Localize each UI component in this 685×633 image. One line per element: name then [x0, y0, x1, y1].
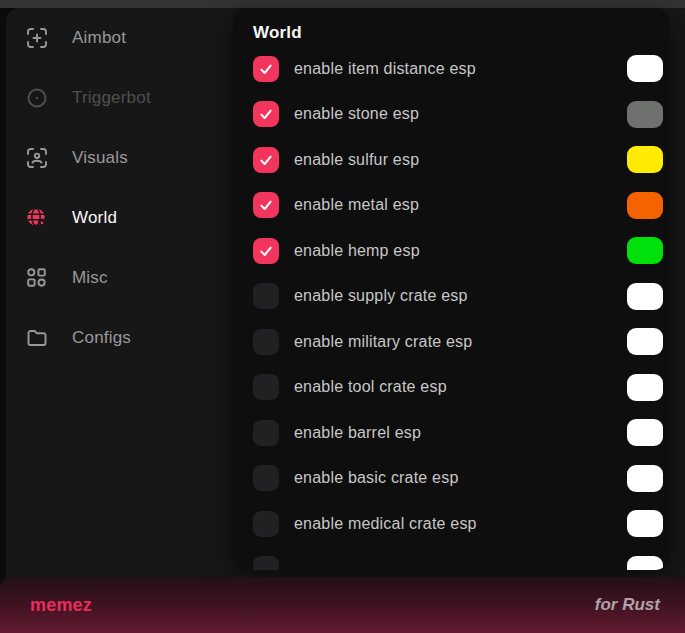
esp-color-swatch[interactable]: [627, 510, 663, 537]
panel-title: World: [233, 8, 669, 46]
esp-checkbox[interactable]: [253, 374, 279, 400]
esp-option-label: enable supply crate esp: [294, 287, 468, 305]
folder-icon: [25, 326, 49, 350]
esp-option-row: enable basic crate esp: [233, 456, 669, 502]
esp-option-row: enable barrel esp: [233, 410, 669, 456]
sidebar: Aimbot Triggerbot: [6, 8, 233, 368]
shapes-icon: [25, 266, 49, 290]
esp-checkbox[interactable]: [253, 465, 279, 491]
esp-color-swatch[interactable]: [627, 101, 663, 128]
checkmark-icon: [258, 106, 274, 122]
sidebar-item-aimbot[interactable]: Aimbot: [6, 8, 233, 68]
esp-option-label: enable hemp esp: [294, 242, 420, 260]
esp-option-label: enable tool crate esp: [294, 378, 447, 396]
sidebar-item-world[interactable]: World: [6, 188, 233, 248]
esp-option-row: enable medical crate esp: [233, 501, 669, 547]
esp-checkbox[interactable]: [253, 56, 279, 82]
esp-color-swatch[interactable]: [627, 283, 663, 310]
globe-star-icon: [25, 206, 49, 230]
sidebar-item-configs[interactable]: Configs: [6, 308, 233, 368]
esp-color-swatch[interactable]: [627, 146, 663, 173]
esp-option-label: enable military crate esp: [294, 333, 472, 351]
esp-color-swatch[interactable]: [627, 419, 663, 446]
target-icon: [25, 86, 49, 110]
esp-checkbox[interactable]: [253, 420, 279, 446]
esp-color-swatch[interactable]: [627, 192, 663, 219]
esp-option-label: enable stone esp: [294, 105, 419, 123]
sidebar-item-misc[interactable]: Misc: [6, 248, 233, 308]
game-tagline: for Rust: [595, 595, 660, 615]
esp-color-swatch[interactable]: [627, 328, 663, 355]
sidebar-item-label: World: [72, 208, 117, 228]
esp-option-row: enable tool crate esp: [233, 365, 669, 411]
sidebar-item-label: Visuals: [72, 148, 128, 168]
esp-checkbox[interactable]: [253, 192, 279, 218]
esp-checkbox[interactable]: [253, 556, 279, 570]
sidebar-item-label: Configs: [72, 328, 131, 348]
esp-option-row: enable military crate esp: [233, 319, 669, 365]
esp-option-row: enable metal esp: [233, 183, 669, 229]
esp-option-row: enable hemp esp: [233, 228, 669, 274]
checkmark-icon: [258, 152, 274, 168]
esp-option-label: enable metal esp: [294, 196, 419, 214]
esp-color-swatch[interactable]: [627, 556, 663, 570]
sidebar-item-label: Misc: [72, 268, 108, 288]
checkmark-icon: [258, 243, 274, 259]
esp-color-swatch[interactable]: [627, 237, 663, 264]
esp-options-list: enable item distance esp enable stone es…: [233, 46, 669, 570]
brand-name: memez: [30, 595, 92, 616]
menu-body: Aimbot Triggerbot: [6, 8, 685, 578]
esp-checkbox[interactable]: [253, 283, 279, 309]
esp-option-label: enable barrel esp: [294, 424, 421, 442]
checkmark-icon: [258, 197, 274, 213]
sidebar-item-label: Triggerbot: [72, 88, 151, 108]
esp-checkbox[interactable]: [253, 511, 279, 537]
esp-option-row: enable item distance esp: [233, 46, 669, 92]
esp-option-label: enable item distance esp: [294, 60, 476, 78]
checkmark-icon: [258, 61, 274, 77]
esp-checkbox[interactable]: [253, 101, 279, 127]
esp-color-swatch[interactable]: [627, 374, 663, 401]
esp-checkbox[interactable]: [253, 147, 279, 173]
esp-checkbox[interactable]: [253, 238, 279, 264]
scan-person-icon: [25, 146, 49, 170]
esp-color-swatch[interactable]: [627, 55, 663, 82]
esp-option-row: enable sulfur esp: [233, 137, 669, 183]
esp-checkbox[interactable]: [253, 329, 279, 355]
world-panel: World enable item distance esp enable st…: [233, 8, 669, 570]
sidebar-item-triggerbot[interactable]: Triggerbot: [6, 68, 233, 128]
sidebar-item-label: Aimbot: [72, 28, 126, 48]
esp-option-label: enable basic crate esp: [294, 469, 459, 487]
crosshair-icon: [25, 26, 49, 50]
esp-color-swatch[interactable]: [627, 465, 663, 492]
esp-option-row: [233, 547, 669, 571]
esp-option-row: enable stone esp: [233, 92, 669, 138]
cheat-menu-window: Aimbot Triggerbot: [0, 0, 685, 633]
sidebar-item-visuals[interactable]: Visuals: [6, 128, 233, 188]
esp-option-row: enable supply crate esp: [233, 274, 669, 320]
esp-option-label: enable medical crate esp: [294, 515, 477, 533]
esp-option-label: enable sulfur esp: [294, 151, 419, 169]
background-strip: [0, 0, 685, 8]
footer-bar: memez for Rust: [0, 577, 685, 633]
